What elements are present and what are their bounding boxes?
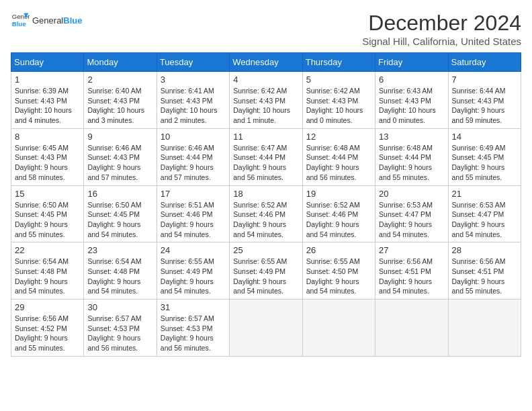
day-number: 13	[379, 132, 444, 142]
day-number: 12	[306, 132, 371, 142]
logo-blue: Blue	[63, 15, 82, 26]
day-number: 29	[15, 302, 80, 312]
calendar-cell: 24Sunrise: 6:55 AMSunset: 4:49 PMDayligh…	[157, 242, 229, 300]
calendar-cell: 14Sunrise: 6:49 AMSunset: 4:45 PMDayligh…	[448, 128, 521, 185]
day-number: 19	[306, 189, 371, 199]
weekday-sunday: Sunday	[11, 53, 84, 72]
day-number: 28	[452, 245, 517, 255]
day-number: 6	[379, 75, 444, 85]
cell-text: Sunrise: 6:42 AMSunset: 4:43 PMDaylight:…	[233, 86, 298, 126]
day-number: 2	[87, 75, 152, 85]
day-number: 21	[452, 189, 517, 199]
cell-text: Sunrise: 6:49 AMSunset: 4:45 PMDaylight:…	[452, 143, 517, 183]
cell-text: Sunrise: 6:48 AMSunset: 4:44 PMDaylight:…	[379, 143, 444, 183]
cell-text: Sunrise: 6:55 AMSunset: 4:50 PMDaylight:…	[306, 257, 371, 296]
calendar-cell: 19Sunrise: 6:52 AMSunset: 4:46 PMDayligh…	[302, 185, 375, 242]
month-title: December 2024	[362, 11, 521, 36]
calendar-cell: 7Sunrise: 6:44 AMSunset: 4:43 PMDaylight…	[448, 72, 521, 129]
week-row-3: 15Sunrise: 6:50 AMSunset: 4:45 PMDayligh…	[11, 185, 521, 242]
calendar-cell: 16Sunrise: 6:50 AMSunset: 4:45 PMDayligh…	[84, 185, 157, 242]
cell-text: Sunrise: 6:46 AMSunset: 4:44 PMDaylight:…	[161, 143, 226, 183]
cell-text: Sunrise: 6:50 AMSunset: 4:45 PMDaylight:…	[15, 200, 80, 240]
calendar-cell: 27Sunrise: 6:56 AMSunset: 4:51 PMDayligh…	[375, 242, 448, 300]
cell-text: Sunrise: 6:56 AMSunset: 4:51 PMDaylight:…	[379, 257, 444, 296]
cell-text: Sunrise: 6:47 AMSunset: 4:44 PMDaylight:…	[233, 143, 298, 183]
calendar-cell: 13Sunrise: 6:48 AMSunset: 4:44 PMDayligh…	[375, 128, 448, 185]
cell-text: Sunrise: 6:51 AMSunset: 4:46 PMDaylight:…	[161, 200, 226, 240]
cell-text: Sunrise: 6:53 AMSunset: 4:47 PMDaylight:…	[452, 200, 517, 240]
weekday-header: SundayMondayTuesdayWednesdayThursdayFrid…	[11, 53, 521, 72]
cell-text: Sunrise: 6:54 AMSunset: 4:48 PMDaylight:…	[87, 257, 152, 296]
calendar-body: 1Sunrise: 6:39 AMSunset: 4:43 PMDaylight…	[11, 72, 521, 357]
logo-icon: General Blue	[11, 11, 30, 30]
weekday-friday: Friday	[375, 53, 448, 72]
calendar-cell: 4Sunrise: 6:42 AMSunset: 4:43 PMDaylight…	[230, 72, 302, 129]
calendar-cell: 8Sunrise: 6:45 AMSunset: 4:43 PMDaylight…	[11, 128, 84, 185]
cell-text: Sunrise: 6:56 AMSunset: 4:51 PMDaylight:…	[452, 257, 517, 296]
day-number: 30	[87, 302, 152, 312]
title-area: December 2024 Signal Hill, California, U…	[362, 11, 521, 47]
calendar-cell: 3Sunrise: 6:41 AMSunset: 4:43 PMDaylight…	[157, 72, 229, 129]
calendar-cell: 21Sunrise: 6:53 AMSunset: 4:47 PMDayligh…	[448, 185, 521, 242]
cell-text: Sunrise: 6:48 AMSunset: 4:44 PMDaylight:…	[306, 143, 371, 183]
day-number: 11	[233, 132, 298, 142]
calendar-cell: 15Sunrise: 6:50 AMSunset: 4:45 PMDayligh…	[11, 185, 84, 242]
week-row-4: 22Sunrise: 6:54 AMSunset: 4:48 PMDayligh…	[11, 242, 521, 300]
day-number: 7	[452, 75, 517, 85]
day-number: 10	[161, 132, 226, 142]
week-row-1: 1Sunrise: 6:39 AMSunset: 4:43 PMDaylight…	[11, 72, 521, 129]
calendar-cell: 25Sunrise: 6:55 AMSunset: 4:49 PMDayligh…	[230, 242, 302, 300]
day-number: 5	[306, 75, 371, 85]
cell-text: Sunrise: 6:46 AMSunset: 4:43 PMDaylight:…	[87, 143, 152, 183]
day-number: 3	[161, 75, 226, 85]
day-number: 16	[87, 189, 152, 199]
day-number: 31	[161, 302, 226, 312]
calendar-cell	[230, 300, 302, 357]
day-number: 26	[306, 245, 371, 255]
calendar-cell: 20Sunrise: 6:53 AMSunset: 4:47 PMDayligh…	[375, 185, 448, 242]
logo: General Blue GeneralBlue	[11, 11, 82, 30]
cell-text: Sunrise: 6:43 AMSunset: 4:43 PMDaylight:…	[379, 86, 444, 126]
day-number: 17	[161, 189, 226, 199]
day-number: 4	[233, 75, 298, 85]
weekday-wednesday: Wednesday	[230, 53, 302, 72]
cell-text: Sunrise: 6:57 AMSunset: 4:53 PMDaylight:…	[161, 314, 226, 353]
weekday-tuesday: Tuesday	[157, 53, 229, 72]
weekday-monday: Monday	[84, 53, 157, 72]
day-number: 25	[233, 245, 298, 255]
cell-text: Sunrise: 6:42 AMSunset: 4:43 PMDaylight:…	[306, 86, 371, 126]
week-row-2: 8Sunrise: 6:45 AMSunset: 4:43 PMDaylight…	[11, 128, 521, 185]
calendar-cell	[302, 300, 375, 357]
calendar-cell: 22Sunrise: 6:54 AMSunset: 4:48 PMDayligh…	[11, 242, 84, 300]
location-title: Signal Hill, California, United States	[362, 36, 521, 47]
cell-text: Sunrise: 6:55 AMSunset: 4:49 PMDaylight:…	[233, 257, 298, 296]
day-number: 20	[379, 189, 444, 199]
calendar-cell: 23Sunrise: 6:54 AMSunset: 4:48 PMDayligh…	[84, 242, 157, 300]
cell-text: Sunrise: 6:40 AMSunset: 4:43 PMDaylight:…	[87, 86, 152, 126]
cell-text: Sunrise: 6:55 AMSunset: 4:49 PMDaylight:…	[161, 257, 226, 296]
day-number: 15	[15, 189, 80, 199]
calendar-cell: 18Sunrise: 6:52 AMSunset: 4:46 PMDayligh…	[230, 185, 302, 242]
calendar-cell: 1Sunrise: 6:39 AMSunset: 4:43 PMDaylight…	[11, 72, 84, 129]
calendar-cell: 29Sunrise: 6:56 AMSunset: 4:52 PMDayligh…	[11, 300, 84, 357]
day-number: 24	[161, 245, 226, 255]
calendar-cell: 28Sunrise: 6:56 AMSunset: 4:51 PMDayligh…	[448, 242, 521, 300]
weekday-thursday: Thursday	[302, 53, 375, 72]
calendar-cell	[448, 300, 521, 357]
svg-text:Blue: Blue	[12, 20, 26, 28]
day-number: 22	[15, 245, 80, 255]
cell-text: Sunrise: 6:52 AMSunset: 4:46 PMDaylight:…	[233, 200, 298, 240]
calendar-cell: 30Sunrise: 6:57 AMSunset: 4:53 PMDayligh…	[84, 300, 157, 357]
day-number: 8	[15, 132, 80, 142]
calendar-cell: 11Sunrise: 6:47 AMSunset: 4:44 PMDayligh…	[230, 128, 302, 185]
calendar-cell: 17Sunrise: 6:51 AMSunset: 4:46 PMDayligh…	[157, 185, 229, 242]
calendar-table: SundayMondayTuesdayWednesdayThursdayFrid…	[11, 52, 521, 357]
calendar-cell: 12Sunrise: 6:48 AMSunset: 4:44 PMDayligh…	[302, 128, 375, 185]
cell-text: Sunrise: 6:41 AMSunset: 4:43 PMDaylight:…	[161, 86, 226, 126]
cell-text: Sunrise: 6:44 AMSunset: 4:43 PMDaylight:…	[452, 86, 517, 126]
day-number: 27	[379, 245, 444, 255]
calendar-cell: 6Sunrise: 6:43 AMSunset: 4:43 PMDaylight…	[375, 72, 448, 129]
logo-general: General	[32, 15, 63, 26]
calendar-cell: 9Sunrise: 6:46 AMSunset: 4:43 PMDaylight…	[84, 128, 157, 185]
day-number: 23	[87, 245, 152, 255]
